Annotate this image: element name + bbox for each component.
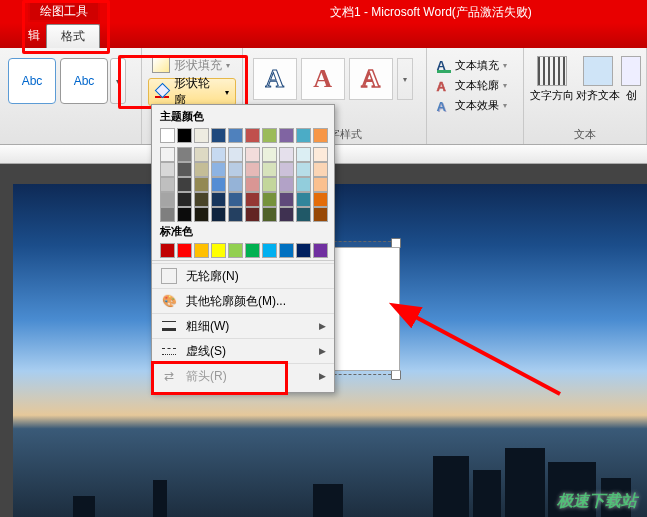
- color-swatch[interactable]: [262, 128, 277, 143]
- color-swatch[interactable]: [245, 162, 260, 177]
- color-swatch[interactable]: [313, 128, 328, 143]
- color-swatch[interactable]: [279, 207, 294, 222]
- menu-weight[interactable]: 粗细(W) ▶: [152, 313, 334, 338]
- color-swatch[interactable]: [194, 162, 209, 177]
- color-swatch[interactable]: [262, 162, 277, 177]
- shape-style-more[interactable]: ▾: [110, 58, 126, 104]
- color-swatch[interactable]: [296, 147, 311, 162]
- color-swatch[interactable]: [279, 243, 294, 258]
- resize-handle-se[interactable]: [391, 370, 401, 380]
- more-colors-label: 其他轮廓颜色(M)...: [186, 293, 286, 310]
- color-swatch[interactable]: [211, 128, 226, 143]
- color-swatch[interactable]: [228, 177, 243, 192]
- color-swatch[interactable]: [160, 177, 175, 192]
- color-swatch[interactable]: [177, 177, 192, 192]
- watermark: 极速下载站: [557, 491, 637, 512]
- create-link-label: 创: [626, 88, 637, 103]
- color-swatch[interactable]: [194, 243, 209, 258]
- align-text-button[interactable]: 对齐文本: [576, 52, 620, 103]
- color-swatch[interactable]: [279, 162, 294, 177]
- color-swatch[interactable]: [245, 147, 260, 162]
- color-swatch[interactable]: [194, 177, 209, 192]
- color-swatch[interactable]: [211, 207, 226, 222]
- color-swatch[interactable]: [160, 147, 175, 162]
- theme-shade-grid: [152, 147, 334, 220]
- color-swatch[interactable]: [228, 162, 243, 177]
- color-swatch[interactable]: [194, 147, 209, 162]
- shape-style-2[interactable]: Abc: [60, 58, 108, 104]
- color-swatch[interactable]: [160, 243, 175, 258]
- color-swatch[interactable]: [211, 162, 226, 177]
- weight-label: 粗细(W): [186, 318, 229, 335]
- color-swatch[interactable]: [279, 147, 294, 162]
- color-swatch[interactable]: [177, 207, 192, 222]
- color-swatch[interactable]: [211, 147, 226, 162]
- menu-dashes[interactable]: 虚线(S) ▶: [152, 338, 334, 363]
- color-swatch[interactable]: [177, 243, 192, 258]
- shape-style-1[interactable]: Abc: [8, 58, 56, 104]
- color-swatch[interactable]: [211, 243, 226, 258]
- color-swatch[interactable]: [313, 192, 328, 207]
- wordart-style-2[interactable]: A: [301, 58, 345, 100]
- color-swatch[interactable]: [194, 207, 209, 222]
- color-swatch[interactable]: [228, 192, 243, 207]
- color-swatch[interactable]: [160, 192, 175, 207]
- color-swatch[interactable]: [160, 207, 175, 222]
- color-swatch[interactable]: [177, 128, 192, 143]
- text-direction-button[interactable]: 文字方向: [530, 52, 574, 103]
- dashes-icon: [160, 343, 178, 359]
- color-swatch[interactable]: [245, 207, 260, 222]
- color-swatch[interactable]: [296, 207, 311, 222]
- color-swatch[interactable]: [296, 128, 311, 143]
- shape-outline-button[interactable]: 形状轮廓 ▾: [148, 78, 236, 106]
- tab-format[interactable]: 格式: [46, 24, 100, 48]
- color-swatch[interactable]: [245, 192, 260, 207]
- color-swatch[interactable]: [160, 128, 175, 143]
- color-swatch[interactable]: [245, 177, 260, 192]
- wordart-more[interactable]: ▾: [397, 58, 413, 100]
- text-fill-button[interactable]: A文本填充▾: [437, 56, 513, 74]
- color-swatch[interactable]: [296, 162, 311, 177]
- color-swatch[interactable]: [296, 192, 311, 207]
- color-swatch[interactable]: [245, 243, 260, 258]
- text-effect-button[interactable]: A文本效果▾: [437, 96, 513, 114]
- color-swatch[interactable]: [262, 207, 277, 222]
- color-swatch[interactable]: [279, 128, 294, 143]
- color-swatch[interactable]: [194, 128, 209, 143]
- color-swatch[interactable]: [296, 177, 311, 192]
- color-swatch[interactable]: [262, 147, 277, 162]
- color-swatch[interactable]: [262, 243, 277, 258]
- color-swatch[interactable]: [228, 128, 243, 143]
- color-swatch[interactable]: [296, 243, 311, 258]
- color-swatch[interactable]: [211, 192, 226, 207]
- color-swatch[interactable]: [279, 177, 294, 192]
- color-swatch[interactable]: [279, 192, 294, 207]
- create-link-button[interactable]: 创: [622, 52, 640, 103]
- color-swatch[interactable]: [228, 207, 243, 222]
- color-swatch[interactable]: [262, 192, 277, 207]
- wordart-style-3[interactable]: A: [349, 58, 393, 100]
- color-swatch[interactable]: [313, 243, 328, 258]
- color-swatch[interactable]: [160, 162, 175, 177]
- tab-edit-partial[interactable]: 辑: [28, 27, 40, 44]
- color-swatch[interactable]: [262, 177, 277, 192]
- theme-color-row: [152, 128, 334, 143]
- menu-more-colors[interactable]: 🎨 其他轮廓颜色(M)...: [152, 288, 334, 313]
- color-swatch[interactable]: [313, 207, 328, 222]
- color-swatch[interactable]: [313, 147, 328, 162]
- wordart-style-1[interactable]: A: [253, 58, 297, 100]
- text-outline-button[interactable]: A文本轮廓▾: [437, 76, 513, 94]
- color-swatch[interactable]: [228, 147, 243, 162]
- color-swatch[interactable]: [313, 162, 328, 177]
- color-swatch[interactable]: [245, 128, 260, 143]
- color-swatch[interactable]: [177, 147, 192, 162]
- text-effect-label: 文本效果: [455, 98, 499, 113]
- color-swatch[interactable]: [177, 192, 192, 207]
- text-fill-icon: A: [437, 58, 451, 73]
- color-swatch[interactable]: [313, 177, 328, 192]
- color-swatch[interactable]: [211, 177, 226, 192]
- color-swatch[interactable]: [177, 162, 192, 177]
- menu-no-outline[interactable]: 无轮廓(N): [152, 263, 334, 288]
- color-swatch[interactable]: [194, 192, 209, 207]
- color-swatch[interactable]: [228, 243, 243, 258]
